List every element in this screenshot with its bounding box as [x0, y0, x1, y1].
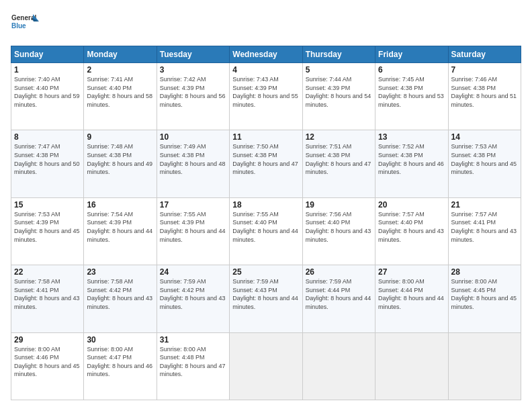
day-info: Sunrise: 7:52 AM Sunset: 4:38 PM Dayligh…: [378, 142, 445, 176]
calendar-day-header: Tuesday: [157, 46, 229, 63]
calendar-cell: 4 Sunrise: 7:43 AM Sunset: 4:39 PM Dayli…: [230, 63, 302, 130]
day-number: 16: [87, 200, 153, 210]
calendar-cell: 8 Sunrise: 7:47 AM Sunset: 4:38 PM Dayli…: [11, 130, 84, 197]
calendar-cell: 24 Sunrise: 7:59 AM Sunset: 4:42 PM Dayl…: [157, 265, 229, 332]
day-info: Sunrise: 7:49 AM Sunset: 4:38 PM Dayligh…: [160, 142, 226, 176]
calendar-cell: 23 Sunrise: 7:58 AM Sunset: 4:42 PM Dayl…: [84, 265, 157, 332]
day-info: Sunrise: 7:59 AM Sunset: 4:43 PM Dayligh…: [232, 277, 299, 311]
day-number: 17: [160, 200, 226, 210]
page: General Blue SundayMondayTuesdayWednesda…: [0, 0, 532, 411]
calendar-table: SundayMondayTuesdayWednesdayThursdayFrid…: [11, 46, 521, 400]
calendar-day-header: Monday: [84, 46, 157, 63]
day-info: Sunrise: 7:44 AM Sunset: 4:39 PM Dayligh…: [306, 75, 372, 109]
calendar-week-row: 22 Sunrise: 7:58 AM Sunset: 4:41 PM Dayl…: [11, 265, 521, 332]
calendar-cell: 29 Sunrise: 8:00 AM Sunset: 4:46 PM Dayl…: [11, 332, 84, 400]
calendar-day-header: Thursday: [302, 46, 375, 63]
svg-text:General: General: [11, 14, 36, 21]
day-info: Sunrise: 8:00 AM Sunset: 4:47 PM Dayligh…: [87, 345, 153, 379]
day-number: 28: [451, 267, 518, 277]
day-info: Sunrise: 7:43 AM Sunset: 4:39 PM Dayligh…: [232, 75, 299, 109]
calendar-cell: 16 Sunrise: 7:54 AM Sunset: 4:39 PM Dayl…: [84, 197, 157, 265]
day-number: 27: [378, 267, 445, 277]
day-info: Sunrise: 7:41 AM Sunset: 4:40 PM Dayligh…: [87, 75, 153, 109]
day-info: Sunrise: 7:55 AM Sunset: 4:39 PM Dayligh…: [160, 210, 226, 244]
day-number: 23: [87, 267, 153, 277]
calendar-cell: [302, 332, 375, 400]
day-number: 8: [14, 132, 81, 142]
calendar-cell: [230, 332, 302, 400]
day-number: 4: [232, 65, 299, 75]
day-info: Sunrise: 8:00 AM Sunset: 4:45 PM Dayligh…: [451, 277, 518, 311]
day-info: Sunrise: 7:46 AM Sunset: 4:38 PM Dayligh…: [451, 75, 518, 109]
day-number: 19: [306, 200, 372, 210]
day-number: 6: [378, 65, 445, 75]
calendar-cell: 3 Sunrise: 7:42 AM Sunset: 4:39 PM Dayli…: [157, 63, 229, 130]
day-info: Sunrise: 7:56 AM Sunset: 4:40 PM Dayligh…: [306, 210, 372, 244]
day-info: Sunrise: 7:45 AM Sunset: 4:38 PM Dayligh…: [378, 75, 445, 109]
calendar-cell: 31 Sunrise: 8:00 AM Sunset: 4:48 PM Dayl…: [157, 332, 229, 400]
day-info: Sunrise: 7:57 AM Sunset: 4:40 PM Dayligh…: [378, 210, 445, 244]
day-number: 5: [306, 65, 372, 75]
day-info: Sunrise: 8:00 AM Sunset: 4:46 PM Dayligh…: [14, 345, 81, 379]
day-number: 24: [160, 267, 226, 277]
day-info: Sunrise: 8:00 AM Sunset: 4:48 PM Dayligh…: [160, 345, 226, 379]
calendar-cell: 25 Sunrise: 7:59 AM Sunset: 4:43 PM Dayl…: [230, 265, 302, 332]
logo-svg: General Blue: [11, 11, 39, 39]
day-number: 13: [378, 132, 445, 142]
calendar-cell: 1 Sunrise: 7:40 AM Sunset: 4:40 PM Dayli…: [11, 63, 84, 130]
day-info: Sunrise: 7:53 AM Sunset: 4:39 PM Dayligh…: [14, 210, 81, 244]
day-number: 9: [87, 132, 153, 142]
day-number: 22: [14, 267, 81, 277]
calendar-cell: 7 Sunrise: 7:46 AM Sunset: 4:38 PM Dayli…: [448, 63, 521, 130]
day-number: 11: [232, 132, 299, 142]
day-info: Sunrise: 7:53 AM Sunset: 4:38 PM Dayligh…: [451, 142, 518, 176]
calendar-cell: 18 Sunrise: 7:55 AM Sunset: 4:40 PM Dayl…: [230, 197, 302, 265]
day-info: Sunrise: 7:55 AM Sunset: 4:40 PM Dayligh…: [232, 210, 299, 244]
day-number: 29: [14, 335, 81, 345]
day-info: Sunrise: 7:42 AM Sunset: 4:39 PM Dayligh…: [160, 75, 226, 109]
day-info: Sunrise: 7:50 AM Sunset: 4:38 PM Dayligh…: [232, 142, 299, 176]
day-number: 1: [14, 65, 81, 75]
day-info: Sunrise: 7:59 AM Sunset: 4:42 PM Dayligh…: [160, 277, 226, 311]
day-number: 7: [451, 65, 518, 75]
calendar-cell: [375, 332, 448, 400]
day-info: Sunrise: 7:59 AM Sunset: 4:44 PM Dayligh…: [306, 277, 372, 311]
calendar-cell: 22 Sunrise: 7:58 AM Sunset: 4:41 PM Dayl…: [11, 265, 84, 332]
calendar-week-row: 15 Sunrise: 7:53 AM Sunset: 4:39 PM Dayl…: [11, 197, 521, 265]
day-number: 18: [232, 200, 299, 210]
calendar-cell: [448, 332, 521, 400]
logo: General Blue: [11, 11, 39, 39]
calendar-cell: 28 Sunrise: 8:00 AM Sunset: 4:45 PM Dayl…: [448, 265, 521, 332]
day-info: Sunrise: 7:48 AM Sunset: 4:38 PM Dayligh…: [87, 142, 153, 176]
calendar-cell: 14 Sunrise: 7:53 AM Sunset: 4:38 PM Dayl…: [448, 130, 521, 197]
day-info: Sunrise: 7:54 AM Sunset: 4:39 PM Dayligh…: [87, 210, 153, 244]
svg-text:Blue: Blue: [11, 22, 26, 30]
day-number: 31: [160, 335, 226, 345]
day-number: 2: [87, 65, 153, 75]
day-number: 30: [87, 335, 153, 345]
day-info: Sunrise: 7:57 AM Sunset: 4:41 PM Dayligh…: [451, 210, 518, 244]
calendar-cell: 6 Sunrise: 7:45 AM Sunset: 4:38 PM Dayli…: [375, 63, 448, 130]
calendar-cell: 27 Sunrise: 8:00 AM Sunset: 4:44 PM Dayl…: [375, 265, 448, 332]
calendar-day-header: Friday: [375, 46, 448, 63]
day-info: Sunrise: 7:58 AM Sunset: 4:42 PM Dayligh…: [87, 277, 153, 311]
header: General Blue: [11, 11, 521, 39]
calendar-cell: 19 Sunrise: 7:56 AM Sunset: 4:40 PM Dayl…: [302, 197, 375, 265]
calendar-cell: 30 Sunrise: 8:00 AM Sunset: 4:47 PM Dayl…: [84, 332, 157, 400]
calendar-week-row: 29 Sunrise: 8:00 AM Sunset: 4:46 PM Dayl…: [11, 332, 521, 400]
calendar-cell: 11 Sunrise: 7:50 AM Sunset: 4:38 PM Dayl…: [230, 130, 302, 197]
calendar-week-row: 1 Sunrise: 7:40 AM Sunset: 4:40 PM Dayli…: [11, 63, 521, 130]
calendar-header-row: SundayMondayTuesdayWednesdayThursdayFrid…: [11, 46, 521, 63]
calendar-cell: 10 Sunrise: 7:49 AM Sunset: 4:38 PM Dayl…: [157, 130, 229, 197]
day-info: Sunrise: 7:51 AM Sunset: 4:38 PM Dayligh…: [306, 142, 372, 176]
day-info: Sunrise: 7:58 AM Sunset: 4:41 PM Dayligh…: [14, 277, 81, 311]
day-number: 20: [378, 200, 445, 210]
calendar-cell: 2 Sunrise: 7:41 AM Sunset: 4:40 PM Dayli…: [84, 63, 157, 130]
day-number: 12: [306, 132, 372, 142]
day-info: Sunrise: 8:00 AM Sunset: 4:44 PM Dayligh…: [378, 277, 445, 311]
calendar-day-header: Saturday: [448, 46, 521, 63]
calendar-cell: 20 Sunrise: 7:57 AM Sunset: 4:40 PM Dayl…: [375, 197, 448, 265]
calendar-day-header: Wednesday: [230, 46, 302, 63]
calendar-cell: 21 Sunrise: 7:57 AM Sunset: 4:41 PM Dayl…: [448, 197, 521, 265]
day-number: 15: [14, 200, 81, 210]
